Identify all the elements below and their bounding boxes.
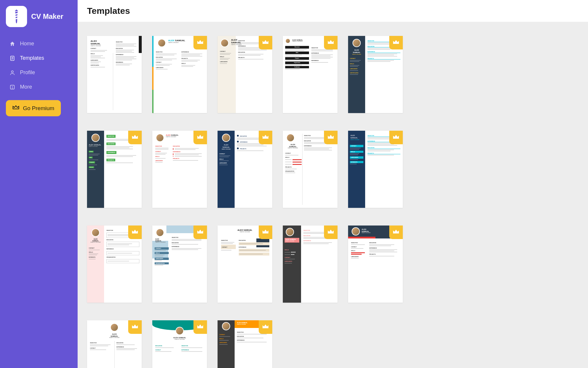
- premium-badge: [324, 131, 338, 144]
- svg-point-7: [12, 88, 13, 88]
- crown-icon: [131, 229, 138, 236]
- template-card[interactable]: ALEX SAMUALGRAPHIC DESIGNER Skills Conta…: [283, 226, 338, 303]
- go-premium-button[interactable]: Go Premium: [6, 100, 61, 116]
- premium-badge: [324, 226, 338, 239]
- app-name: CV Maker: [31, 12, 63, 21]
- templates-icon: [9, 55, 15, 61]
- premium-badge: [193, 226, 207, 239]
- template-card[interactable]: ALEXSAMUALGRAPHIC DESIGNER Objective Con…: [348, 226, 403, 303]
- sidebar-item-more[interactable]: More: [6, 80, 72, 94]
- svg-point-4: [11, 71, 14, 73]
- premium-badge: [389, 131, 403, 144]
- crown-icon: [262, 39, 269, 46]
- premium-badge: [324, 36, 338, 49]
- premium-badge: [259, 131, 272, 144]
- crown-icon: [327, 229, 334, 236]
- template-card[interactable]: ALEXSAMUALGRAPHIC DESIGNER Contact Skill…: [218, 131, 272, 208]
- more-icon: [9, 84, 15, 90]
- sidebar-item-templates[interactable]: Templates: [6, 51, 72, 65]
- template-card[interactable]: ALEX SAMUALGRAPHIC DESIGNER Education Co…: [152, 320, 207, 368]
- crown-icon: [262, 229, 269, 236]
- premium-badge: [128, 320, 142, 334]
- template-card[interactable]: ALEX SAMUALGRAPHIC DESIGNER Contact Skil…: [218, 320, 272, 368]
- template-card[interactable]: ALEXSAMUALGRAPHIC DESIGNER Objective Con…: [87, 320, 142, 368]
- premium-badge: [193, 36, 207, 49]
- page-header: Templates: [78, 0, 588, 22]
- sidebar-item-label: Profile: [20, 69, 35, 76]
- template-card[interactable]: ALEXSAMUALGRAPHIC DESIGNER Contact Skill…: [348, 36, 403, 113]
- premium-button-label: Go Premium: [23, 105, 54, 112]
- crown-icon: [392, 39, 400, 46]
- premium-badge: [128, 131, 142, 144]
- template-card[interactable]: ALEXSAMUALGRAPHIC DESIGNER Contact Skill…: [152, 226, 207, 303]
- crown-icon: [12, 105, 19, 112]
- crown-icon: [327, 39, 334, 46]
- crown-icon: [392, 134, 400, 141]
- premium-badge: [193, 131, 207, 144]
- sidebar-item-label: More: [20, 84, 32, 90]
- premium-badge: [259, 226, 272, 239]
- profile-icon: [9, 70, 15, 76]
- crown-icon: [197, 134, 204, 141]
- template-card[interactable]: ALEX SAMUALGRAPHIC DESIGNER Objective Co…: [218, 226, 272, 303]
- template-card[interactable]: ALEXSAMUALGRAPHIC DESIGNER Contact Skill…: [283, 131, 338, 208]
- sidebar-item-home[interactable]: Home: [6, 37, 72, 51]
- main: Templates ALEXSAMUALGRAPHIC DESIGNER Con…: [78, 0, 588, 368]
- template-card[interactable]: ALEXSAMUALGRAPHIC DESIGNER Contact Skill…: [348, 131, 403, 208]
- template-card[interactable]: ALEX SAMUALGRAPHIC DESIGNER Objective Co…: [152, 131, 207, 208]
- template-card[interactable]: ALEX SAMUALGRAPHIC DESIGNER Contact Skil…: [87, 131, 142, 208]
- premium-badge: [259, 320, 272, 334]
- template-card[interactable]: ALEX SAMUALGRAPHIC DESIGNER Objective Ed…: [152, 36, 207, 113]
- crown-icon: [131, 134, 138, 141]
- sidebar-item-label: Home: [20, 41, 34, 47]
- sidebar-item-label: Templates: [20, 55, 44, 61]
- premium-badge: [389, 226, 403, 239]
- sidebar-item-profile[interactable]: Profile: [6, 65, 72, 80]
- premium-badge: [389, 36, 403, 49]
- sidebar: CV Maker Home Templates Profile More Go …: [0, 0, 78, 368]
- templates-content: ALEXSAMUALGRAPHIC DESIGNER Contact Skill…: [78, 22, 588, 368]
- templates-grid: ALEXSAMUALGRAPHIC DESIGNER Contact Skill…: [87, 36, 579, 368]
- crown-icon: [197, 39, 204, 46]
- crown-icon: [197, 324, 204, 330]
- page-title: Templates: [87, 6, 130, 16]
- premium-badge: [193, 320, 207, 334]
- crown-icon: [197, 229, 204, 236]
- crown-icon: [392, 229, 400, 236]
- crown-icon: [327, 134, 334, 141]
- premium-badge: [128, 226, 142, 239]
- crown-icon: [131, 324, 138, 330]
- app-logo-row: CV Maker: [6, 6, 72, 27]
- premium-badge: [259, 36, 272, 49]
- app-logo: [6, 6, 27, 27]
- crown-icon: [262, 134, 269, 141]
- home-icon: [9, 41, 15, 47]
- crown-icon: [262, 324, 269, 330]
- template-card[interactable]: ALEXSAMUALGRAPHIC DESIGNER Contact Skill…: [87, 36, 142, 113]
- template-card[interactable]: ALEXSAMUALGRAPHIC DESIGNER Contact Skill…: [218, 36, 272, 113]
- template-card[interactable]: ALEXSAMUALGRAPHIC DESIGNER Contact Skill…: [87, 226, 142, 303]
- template-card[interactable]: ALEX SAMUALGRAPHIC DESIGNER Education Sk…: [283, 36, 338, 113]
